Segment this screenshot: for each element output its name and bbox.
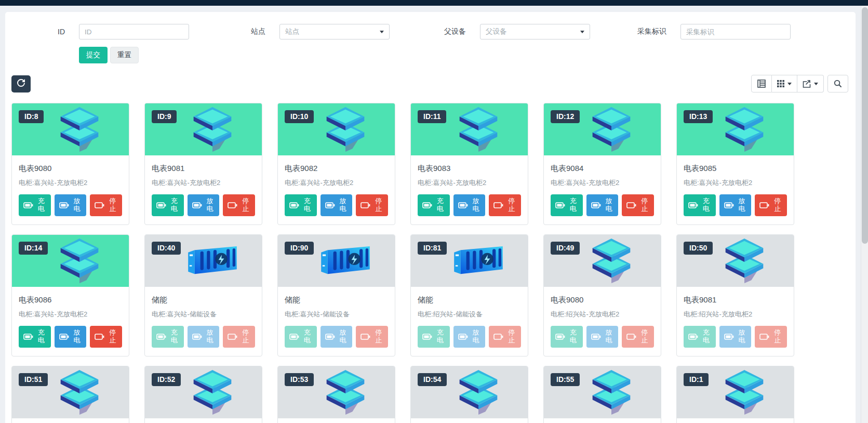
- discharge-button[interactable]: 放电: [188, 326, 220, 348]
- table-view-button[interactable]: [751, 75, 772, 92]
- battery-icon: [59, 334, 69, 340]
- battery-icon: [156, 334, 166, 340]
- device-card: ID:13 电表9085 电柜:嘉兴站-充放电柜2 充电放电停止: [676, 103, 794, 225]
- battery-icon: [422, 334, 432, 340]
- id-badge: ID:8: [19, 110, 44, 123]
- collect-flag-input[interactable]: [680, 24, 791, 39]
- device-card: ID:50 电表9081 电柜:绍兴站-充放电柜2 充电放电停止: [676, 234, 794, 356]
- charge-button[interactable]: 充电: [152, 194, 184, 216]
- layers-icon: [719, 107, 769, 152]
- stop-button[interactable]: 停止: [223, 326, 255, 348]
- filter-group-collect-flag: 采集标识: [607, 24, 807, 39]
- stop-button[interactable]: 停止: [356, 326, 388, 348]
- battery-icon: [555, 334, 565, 340]
- columns-button[interactable]: [772, 75, 797, 92]
- battery-icon: [156, 202, 166, 208]
- discharge-button[interactable]: 放电: [586, 194, 619, 216]
- discharge-button[interactable]: 放电: [321, 326, 353, 348]
- scrollbar-thumb[interactable]: [862, 7, 868, 244]
- charge-button[interactable]: 充电: [285, 194, 317, 216]
- id-badge: ID:53: [285, 373, 314, 386]
- discharge-button[interactable]: 放电: [453, 194, 486, 216]
- device-subtitle: 电柜:绍兴站-储能设备: [418, 310, 521, 319]
- device-image: ID:12: [544, 103, 661, 155]
- battery-icon: [325, 334, 335, 340]
- charge-button[interactable]: 充电: [551, 326, 583, 348]
- battery-icon: [192, 334, 202, 340]
- discharge-button[interactable]: 放电: [719, 194, 752, 216]
- content-panel: ID 站点 站点 父设备 父设备 采集标识 提交 重置: [5, 12, 856, 423]
- device-title: 电表9082: [285, 164, 388, 174]
- submit-button[interactable]: 提交: [79, 47, 108, 63]
- discharge-button[interactable]: 放电: [188, 194, 220, 216]
- search-button[interactable]: [827, 75, 848, 92]
- charge-button[interactable]: 充电: [684, 326, 716, 348]
- charge-button[interactable]: 充电: [285, 326, 317, 348]
- id-badge: ID:40: [152, 242, 181, 255]
- charge-button[interactable]: 充电: [19, 194, 51, 216]
- device-subtitle: 电柜:绍兴站-充放电柜2: [684, 310, 787, 319]
- charge-button[interactable]: 充电: [418, 194, 450, 216]
- card-actions: 充电放电停止: [418, 194, 521, 216]
- device-image: ID:8: [12, 103, 129, 155]
- discharge-button[interactable]: 放电: [719, 326, 752, 348]
- battery-icon: [688, 334, 698, 340]
- stop-button[interactable]: 停止: [489, 326, 521, 348]
- id-badge: ID:54: [418, 373, 447, 386]
- site-select[interactable]: 站点: [279, 24, 390, 39]
- discharge-button[interactable]: 放电: [586, 326, 619, 348]
- stop-button[interactable]: 停止: [622, 326, 654, 348]
- charge-button[interactable]: 充电: [418, 326, 450, 348]
- charge-button[interactable]: 充电: [152, 326, 184, 348]
- filter-group-id: ID: [5, 24, 206, 39]
- discharge-button[interactable]: 放电: [55, 194, 87, 216]
- layers-icon: [586, 239, 636, 283]
- id-badge: ID:55: [551, 373, 580, 386]
- table-toolbar: [11, 75, 848, 92]
- filter-group-site: 站点 站点: [206, 24, 406, 39]
- charge-button[interactable]: 充电: [551, 194, 583, 216]
- device-image: ID:55: [544, 366, 661, 418]
- export-button[interactable]: [797, 75, 824, 92]
- parent-device-select[interactable]: 父设备: [480, 24, 590, 39]
- battery-empty-icon: [360, 202, 370, 208]
- container-icon: [450, 244, 506, 278]
- stop-button[interactable]: 停止: [90, 194, 122, 216]
- discharge-button[interactable]: 放电: [453, 326, 486, 348]
- battery-icon: [458, 202, 468, 208]
- discharge-button[interactable]: 放电: [55, 326, 87, 348]
- device-subtitle: 电柜:嘉兴站-充放电柜2: [19, 178, 122, 188]
- device-title: 电表9081: [152, 164, 255, 174]
- reset-button[interactable]: 重置: [110, 47, 139, 63]
- card-actions: 充电放电停止: [684, 326, 787, 348]
- stop-button[interactable]: 停止: [489, 194, 521, 216]
- top-navbar: [0, 0, 868, 6]
- device-title: 储能: [418, 295, 521, 305]
- card-actions: 充电放电停止: [285, 194, 388, 216]
- refresh-button[interactable]: [11, 75, 31, 92]
- stop-button[interactable]: 停止: [755, 194, 787, 216]
- vertical-scrollbar[interactable]: [861, 6, 868, 423]
- card-actions: 充电放电停止: [152, 194, 255, 216]
- chevron-down-icon: [380, 31, 384, 33]
- discharge-button[interactable]: 放电: [321, 194, 353, 216]
- charge-button[interactable]: 充电: [19, 326, 51, 348]
- device-subtitle: 电柜:嘉兴站-储能设备: [152, 310, 255, 319]
- id-badge: ID:1: [684, 373, 709, 386]
- stop-button[interactable]: 停止: [223, 194, 255, 216]
- stop-button[interactable]: 停止: [622, 194, 654, 216]
- battery-icon: [724, 334, 734, 340]
- device-card: ID:55 电表9086 充电放电停止: [543, 366, 661, 423]
- charge-button[interactable]: 充电: [684, 194, 716, 216]
- battery-icon: [591, 334, 601, 340]
- device-subtitle: 电柜:嘉兴站-充放电柜2: [684, 178, 787, 188]
- battery-icon: [289, 202, 299, 208]
- stop-button[interactable]: 停止: [755, 326, 787, 348]
- battery-icon: [591, 202, 601, 208]
- device-card: ID:8 电表9080 电柜:嘉兴站-充放电柜2 充电放电停止: [11, 103, 129, 225]
- id-input[interactable]: [79, 24, 189, 39]
- device-title: 储能: [285, 295, 388, 305]
- layers-icon: [719, 239, 769, 283]
- stop-button[interactable]: 停止: [90, 326, 122, 348]
- stop-button[interactable]: 停止: [356, 194, 388, 216]
